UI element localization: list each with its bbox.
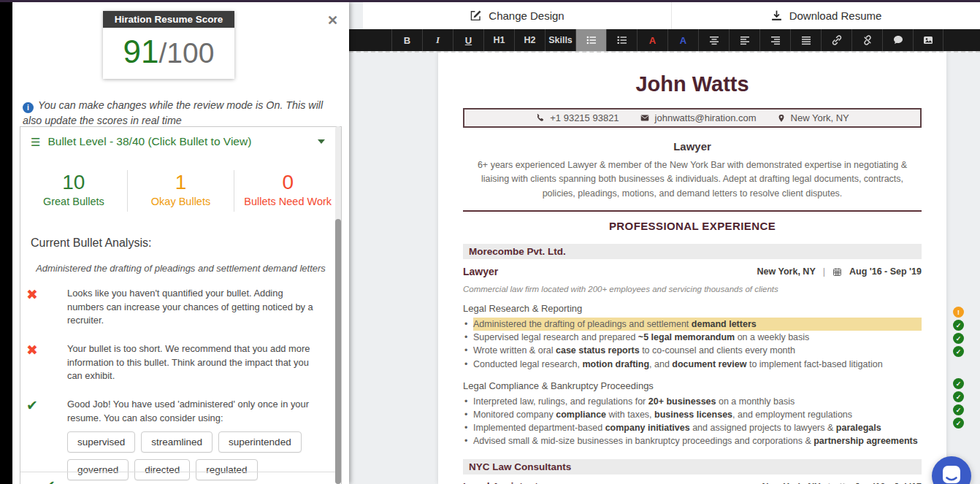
role-dates[interactable]: Aug '16 - Sep '19 (849, 266, 922, 277)
underline-button[interactable]: U (453, 29, 483, 51)
align-left-button[interactable] (729, 29, 759, 51)
contact-email[interactable]: johnwatts@hiration.com (640, 112, 757, 123)
resume-bullet[interactable]: Conducted legal research, motion draftin… (473, 358, 922, 371)
text-color-blue-button-label: A (680, 35, 686, 46)
bullet-ok-marker[interactable]: ✓ (953, 346, 964, 357)
numbered-list-button[interactable] (606, 29, 637, 51)
resume-bullet[interactable]: Wrote written & oral case status reports… (473, 344, 922, 357)
align-right-button[interactable] (759, 29, 790, 51)
chevron-down-icon[interactable] (318, 139, 325, 144)
role-title[interactable]: Lawyer (463, 266, 498, 277)
numbered-list-icon (616, 34, 628, 46)
bullet-stat-0: 10Great Bullets (20, 170, 127, 212)
toolbar-divider (349, 51, 980, 53)
analysis-item: ✖Your bullet is too short. We recommend … (20, 342, 341, 383)
chat-widget-button[interactable] (932, 456, 971, 484)
analysis-item-text: Good Job! You have used 'administered' o… (67, 398, 320, 425)
check-icon: ✔ (44, 477, 55, 484)
resume-page[interactable]: John Watts +1 93215 93821 johnwatts@hira… (438, 52, 946, 484)
panel-scrollbar-thumb[interactable] (335, 219, 341, 484)
image-button[interactable] (913, 29, 943, 51)
synonym-chip[interactable]: governed (67, 459, 129, 480)
h1-button[interactable]: H1 (483, 29, 514, 51)
align-center-button[interactable] (698, 29, 729, 51)
bullet-ok-marker[interactable]: ✓ (953, 391, 964, 402)
resume-bullet[interactable]: Supervised legal research and prepared ~… (473, 331, 922, 344)
pencil-square-icon (470, 9, 482, 22)
bullet-ok-marker[interactable]: ✓ (953, 418, 964, 429)
envelope-icon (640, 113, 650, 123)
underline-button-label: U (465, 35, 472, 46)
resume-name[interactable]: John Watts (463, 72, 922, 96)
role-row: Legal AssistantNew York, NY|Jun '13 - Ju… (463, 481, 922, 484)
text-color-red-button[interactable]: A (637, 29, 667, 51)
change-design-button[interactable]: Change Design (363, 2, 671, 29)
link-icon (831, 34, 843, 46)
company-banner[interactable]: NYC Law Consultants (463, 459, 922, 475)
synonym-chips: supervisedstreamlinedsuperintendedgovern… (67, 431, 310, 484)
italic-button-label: I (436, 34, 440, 46)
download-resume-button[interactable]: Download Resume (671, 2, 980, 29)
bullet-level-card: ☰ Bullet Level - 38/40 (Click Bullet to … (20, 126, 342, 484)
bullet-level-title: Bullet Level - 38/40 (Click Bullet to Vi… (47, 135, 310, 148)
company-banner[interactable]: Morecombe Pvt. Ltd. (463, 244, 922, 259)
contact-phone-value: +1 93215 93821 (550, 112, 619, 123)
bullet-ok-marker[interactable]: ✓ (953, 404, 964, 415)
formatting-toolbar: BIUH1H2SkillsAA (349, 29, 980, 51)
italic-button[interactable]: I (422, 29, 453, 51)
bullet-ok-marker[interactable]: ✓ (953, 333, 964, 344)
panel-scrollbar[interactable] (335, 126, 341, 484)
bold-button[interactable]: B (391, 29, 422, 51)
contact-bar[interactable]: +1 93215 93821 johnwatts@hiration.com Ne… (463, 108, 922, 128)
bullet-group-heading[interactable]: Legal Compliance & Bankruptcy Proceeding… (463, 380, 922, 391)
bullet-stat-value: 1 (128, 172, 234, 194)
bullet-level-header[interactable]: ☰ Bullet Level - 38/40 (Click Bullet to … (20, 127, 341, 148)
synonym-chip[interactable]: directed (134, 459, 190, 480)
download-icon (770, 9, 783, 22)
company-description[interactable]: Commercial law firm located with 200+ em… (463, 285, 922, 293)
resume-bullet[interactable]: Monitored company compliance with taxes,… (473, 408, 922, 421)
score-value: 91/100 (103, 28, 234, 79)
contact-phone[interactable]: +1 93215 93821 (535, 112, 619, 123)
role-title[interactable]: Legal Assistant (463, 481, 538, 484)
unlink-button[interactable] (851, 29, 882, 51)
bullet-stat-label: Bullets Need Work (234, 196, 341, 207)
bullet-stat-label: Okay Bullets (128, 196, 234, 207)
bullet-stat-1: 1Okay Bullets (127, 170, 234, 212)
bullet-stats: 10Great Bullets1Okay Bullets0Bullets Nee… (20, 170, 341, 212)
resume-bullet[interactable]: Administered the drafting of pleadings a… (473, 318, 922, 331)
synonym-chip[interactable]: supervised (67, 431, 135, 453)
cross-icon: ✖ (26, 343, 45, 383)
cross-icon: ✖ (26, 288, 45, 328)
skills-button[interactable]: Skills (545, 29, 575, 51)
resume-bullet[interactable]: Implemented department-based company ini… (473, 421, 922, 434)
bullet-stat-value: 0 (234, 172, 341, 194)
location-pin-icon (777, 113, 786, 123)
bullet-ok-marker[interactable]: ✓ (953, 378, 964, 389)
resume-summary[interactable]: 6+ years experienced Lawyer & member of … (463, 158, 922, 201)
chat-smile-icon (932, 456, 971, 484)
bullet-list-button[interactable] (575, 29, 606, 51)
score-number: 91 (123, 34, 159, 69)
resume-bullet[interactable]: Interpreted law, rulings, and regulation… (473, 395, 922, 408)
close-icon[interactable]: ✕ (327, 14, 338, 27)
meta-separator: | (823, 266, 825, 277)
role-location[interactable]: New York, NY (757, 266, 816, 277)
synonym-chip[interactable]: superintended (218, 431, 302, 453)
contact-location[interactable]: New York, NY (777, 112, 849, 123)
link-button[interactable] (821, 29, 851, 51)
align-justify-button[interactable] (790, 29, 821, 51)
section-heading[interactable]: PROFESSIONAL EXPERIENCE (463, 220, 922, 232)
bullet-group-heading[interactable]: Legal Research & Reporting (463, 303, 922, 314)
align-right-icon (770, 34, 781, 46)
synonym-chip[interactable]: regulated (196, 459, 257, 480)
bullet-warning-marker[interactable]: ! (953, 307, 964, 318)
resume-bullet[interactable]: Advised small & mid-size businesses in b… (473, 434, 922, 447)
h2-button[interactable]: H2 (514, 29, 545, 51)
bullet-ok-marker[interactable]: ✓ (953, 320, 964, 331)
text-color-blue-button[interactable]: A (667, 29, 698, 51)
synonym-chip[interactable]: streamlined (141, 431, 213, 453)
comment-button[interactable] (882, 29, 913, 51)
analysis-item: ✖Looks like you haven't quantified your … (20, 287, 341, 328)
resume-job-title[interactable]: Lawyer (463, 140, 922, 153)
